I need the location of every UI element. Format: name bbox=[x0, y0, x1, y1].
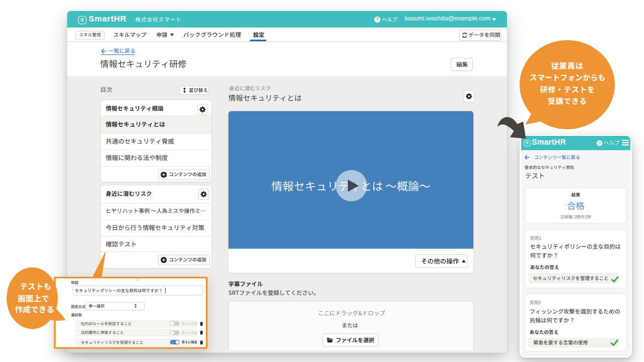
svg-text:?: ? bbox=[376, 17, 379, 22]
